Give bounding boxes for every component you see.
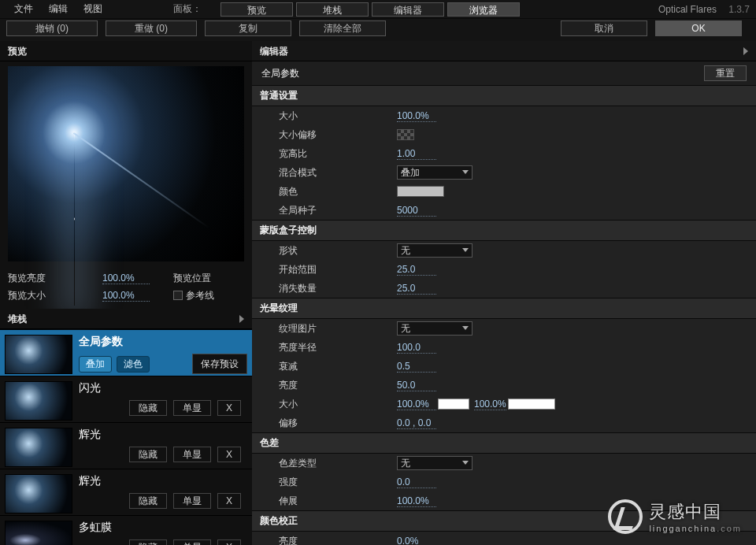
redo-button[interactable]: 重做 (0) <box>106 20 197 36</box>
prop-value[interactable]: 50.0 <box>397 380 436 391</box>
hide-button[interactable]: 隐藏 <box>129 400 167 416</box>
editor-body[interactable]: 普通设置 大小100.0% 大小偏移 宽高比1.00 混合模式叠加 颜色 全局种… <box>252 85 756 545</box>
blend-screen-pill[interactable]: 滤色 <box>117 356 150 373</box>
solo-button[interactable]: 单显 <box>173 493 211 509</box>
menu-file[interactable]: 文件 <box>6 2 41 16</box>
prop-value[interactable]: 100.0% <box>397 495 436 507</box>
stack-thumb <box>5 474 72 513</box>
preview-render[interactable] <box>8 66 244 261</box>
menu-view[interactable]: 视图 <box>76 2 110 16</box>
menubar: 文件 编辑 视图 面板： 预览 堆栈 编辑器 浏览器 Optical Flare… <box>0 0 756 19</box>
prop-value[interactable]: 0.0 <box>397 476 436 488</box>
stack-item[interactable]: 多虹膜 隐藏 单显 X <box>0 516 252 545</box>
actionbar: 撤销 (0) 重做 (0) 复制 清除全部 取消 OK <box>0 19 756 41</box>
preview-size-value[interactable]: 100.0% <box>102 290 150 302</box>
remove-button[interactable]: X <box>217 400 241 416</box>
group-common[interactable]: 普通设置 <box>252 85 756 106</box>
prop-value[interactable]: 5000 <box>397 205 436 217</box>
cancel-button[interactable]: 取消 <box>561 20 647 36</box>
solo-button[interactable]: 单显 <box>173 400 211 416</box>
group-matte[interactable]: 蒙版盒子控制 <box>252 220 756 241</box>
size-offset-checker[interactable] <box>397 129 414 140</box>
stack-item[interactable]: 辉光 隐藏 单显 X <box>0 423 252 469</box>
prop-label: 颜色 <box>279 185 397 198</box>
group-texture[interactable]: 光晕纹理 <box>252 298 756 319</box>
size-slider-x[interactable] <box>438 399 469 410</box>
size-slider-y[interactable] <box>508 399 555 410</box>
ok-button[interactable]: OK <box>655 20 742 36</box>
stack-thumb <box>5 521 72 545</box>
save-preset-button[interactable]: 保存预设 <box>192 354 247 374</box>
prop-value[interactable]: 1.00 <box>397 148 436 160</box>
editor-head: 编辑器 <box>252 41 756 61</box>
blend-add-pill[interactable]: 叠加 <box>79 356 112 373</box>
guides-checkbox[interactable]: 参考线 <box>173 289 214 302</box>
tab-preview[interactable]: 预览 <box>220 2 293 17</box>
hide-button[interactable]: 隐藏 <box>129 493 167 509</box>
prop-label: 消失数量 <box>279 282 397 295</box>
prop-label: 全局种子 <box>279 204 397 217</box>
prop-label: 色差类型 <box>279 457 397 470</box>
dropdown-value: 无 <box>401 244 410 258</box>
hide-button[interactable]: 隐藏 <box>129 539 167 545</box>
editor-title: 编辑器 <box>260 46 288 57</box>
chevron-right-icon[interactable] <box>743 47 748 55</box>
editor-subtitle: 全局参数 <box>261 61 299 85</box>
preview-position-label[interactable]: 预览位置 <box>173 272 211 285</box>
remove-button[interactable]: X <box>217 539 241 545</box>
group-chroma[interactable]: 色差 <box>252 432 756 454</box>
solo-button[interactable]: 单显 <box>173 539 211 545</box>
stack-item[interactable]: 辉光 隐藏 单显 X <box>0 469 252 516</box>
prop-value[interactable]: 0.0 , 0.0 <box>397 417 436 429</box>
chroma-dropdown[interactable]: 无 <box>397 456 472 470</box>
prop-label: 伸展 <box>279 495 397 508</box>
solo-button[interactable]: 单显 <box>173 447 211 462</box>
stack-thumb <box>5 381 72 421</box>
brand-version: 1.3.7 <box>728 4 750 15</box>
tab-stack[interactable]: 堆栈 <box>296 2 369 17</box>
stack-item-global[interactable]: 全局参数 叠加 滤色 保存预设 <box>0 330 252 376</box>
prop-value[interactable]: 0.5 <box>397 361 436 373</box>
tab-browser[interactable]: 浏览器 <box>447 2 520 17</box>
stack-title: 堆栈 <box>8 313 27 324</box>
tab-editor[interactable]: 编辑器 <box>372 2 444 17</box>
shape-dropdown[interactable]: 无 <box>397 243 472 258</box>
remove-button[interactable]: X <box>217 493 241 509</box>
prop-value[interactable]: 100.0% <box>397 399 436 410</box>
reset-button[interactable]: 重置 <box>704 65 747 81</box>
clear-all-button[interactable]: 清除全部 <box>299 20 386 36</box>
undo-button[interactable]: 撤销 (0) <box>6 20 98 36</box>
color-swatch[interactable] <box>397 186 444 197</box>
preview-size-label: 预览大小 <box>8 289 102 302</box>
prop-label: 混合模式 <box>279 166 397 180</box>
prop-value[interactable]: 25.0 <box>397 264 436 276</box>
menu-edit[interactable]: 编辑 <box>41 2 76 16</box>
preview-brightness-label: 预览亮度 <box>8 272 102 285</box>
blend-dropdown[interactable]: 叠加 <box>397 165 472 180</box>
prop-label: 大小 <box>279 109 397 123</box>
preview-controls: 预览亮度 100.0% 预览位置 预览大小 100.0% 参考线 <box>8 269 244 304</box>
prop-value[interactable]: 0.0% <box>397 536 436 546</box>
prop-label: 开始范围 <box>279 263 397 276</box>
remove-button[interactable]: X <box>217 447 241 462</box>
texture-dropdown[interactable]: 无 <box>397 321 472 336</box>
prop-value[interactable]: 100.0% <box>474 399 506 410</box>
copy-button[interactable]: 复制 <box>205 20 291 36</box>
prop-label: 亮度半径 <box>279 341 397 354</box>
hide-button[interactable]: 隐藏 <box>129 447 167 462</box>
watermark-url: lingganchina.com <box>649 524 742 533</box>
stack-thumb <box>5 428 72 467</box>
stack-item[interactable]: 闪光 隐藏 单显 X <box>0 376 252 423</box>
prop-value[interactable]: 25.0 <box>397 283 436 295</box>
stack-item-label: 全局参数 <box>79 335 247 349</box>
prop-label: 亮度 <box>279 535 397 546</box>
chevron-right-icon[interactable] <box>239 315 244 323</box>
prop-value[interactable]: 100.0% <box>397 110 436 122</box>
brand-name: Optical Flares <box>658 4 717 15</box>
watermark-text: 灵感中国 <box>649 500 742 524</box>
stack-thumb <box>5 335 72 374</box>
prop-value[interactable]: 100.0 <box>397 342 436 354</box>
preview-brightness-value[interactable]: 100.0% <box>102 272 150 284</box>
guides-label: 参考线 <box>186 290 214 301</box>
editor-panel: 编辑器 全局参数 重置 普通设置 大小100.0% 大小偏移 宽高比1.00 混… <box>252 41 756 545</box>
